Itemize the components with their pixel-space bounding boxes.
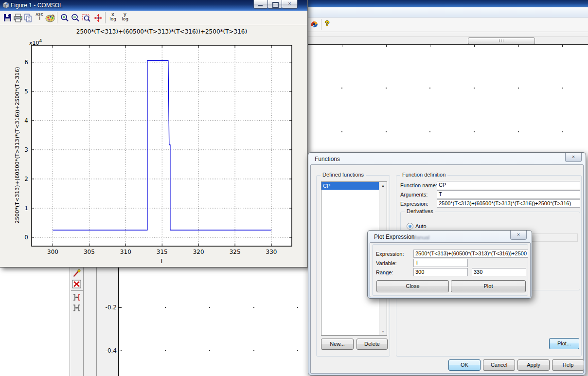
x-log-bottom: log (107, 17, 118, 21)
cancel-button[interactable]: Cancel (483, 359, 515, 371)
y-tick-label: 3 (24, 146, 28, 153)
plot-dots-button[interactable]: Plot... (549, 338, 579, 349)
expression-field[interactable]: 2500*(T<313)+(60500*(T>313)*(T<316))+250… (437, 199, 580, 208)
grid-dot (518, 131, 519, 132)
maximize-icon (272, 2, 279, 8)
delete-button[interactable]: Delete (356, 339, 388, 350)
functions-dialog-title: Functions (315, 156, 340, 162)
plot-background (32, 45, 292, 246)
grid-dot (253, 350, 254, 351)
geometry-axis-label: -0.2 (95, 304, 117, 311)
pe-expression-label: Expression: (376, 251, 404, 257)
figure-window-title: Figure 1 - COMSOL (11, 2, 63, 9)
toolbar-separator (105, 12, 106, 23)
grid-dot (209, 350, 210, 351)
arguments-label: Arguments: (400, 192, 428, 197)
grid-dot (297, 350, 298, 351)
help-icon[interactable]: ? (325, 19, 329, 27)
x-tick-label: 325 (230, 249, 241, 255)
derivatives-label: Derivatives (405, 208, 435, 214)
y-tick-label: 2 (24, 176, 28, 182)
horizontal-splitter-handle[interactable] (468, 37, 535, 44)
figure-titlebar[interactable]: Figure 1 - COMSOL × (0, 0, 307, 11)
new-button[interactable]: New... (321, 339, 354, 350)
grid-dot (165, 350, 166, 351)
auto-radio[interactable] (407, 223, 413, 230)
minimize-icon (258, 5, 263, 6)
comsol-logo-icon[interactable] (309, 19, 319, 29)
grid-dot (562, 131, 563, 132)
plot-expression-group: Expression: 2500*(T<313)+(60500*(T>313)*… (372, 244, 528, 296)
scroll-up-icon[interactable]: ▲ (379, 182, 387, 189)
pe-expression-field[interactable]: 2500*(T<313)+(60500*(T>313)*(T<316))+250… (413, 250, 528, 258)
constraint-both-icon[interactable] (72, 304, 82, 313)
pe-range-to-field[interactable]: 330 (472, 268, 526, 276)
ascii-export-icon[interactable]: ASC ‖ (34, 13, 45, 24)
grip-mark (503, 39, 503, 42)
close-icon[interactable]: × (510, 231, 527, 240)
function-name-label: Function name: (400, 182, 437, 188)
ghost-manual-text: Manual (412, 234, 429, 240)
x-log-icon[interactable]: x log (107, 12, 118, 24)
y-log-icon[interactable]: y log (120, 12, 130, 24)
grid-dot (297, 307, 298, 308)
toolbar-separator (71, 290, 83, 291)
scroll-down-icon[interactable]: ▼ (379, 328, 387, 335)
y-tick-label: 1 (24, 205, 28, 212)
zoom-in-icon[interactable] (60, 13, 70, 23)
zoom-out-icon[interactable] (71, 13, 80, 23)
grid-dot (474, 88, 475, 89)
grid-dot (341, 131, 342, 132)
zoom-rect-icon[interactable] (81, 13, 91, 23)
x-tick-label: 320 (193, 249, 204, 255)
grid-dot (121, 350, 122, 351)
y-tick-label: 6 (24, 59, 28, 66)
plot-x-axis-label: T (32, 258, 292, 265)
grid-dot (209, 307, 210, 308)
draw-pencil-icon[interactable] (72, 269, 82, 278)
delete-x-icon[interactable] (72, 280, 82, 289)
palette-icon[interactable] (45, 13, 55, 23)
plot-expression-title: Plot Expression (374, 233, 414, 240)
ruler-tick (430, 45, 430, 47)
ruler-tick (474, 45, 475, 47)
pe-range-from-field[interactable]: 300 (413, 268, 468, 276)
ok-button[interactable]: OK (448, 359, 481, 371)
print-icon[interactable] (13, 13, 23, 23)
grid-dot (341, 88, 342, 89)
help-button[interactable]: Help (552, 359, 584, 371)
grid-dot (386, 88, 387, 89)
figure-window: Figure 1 - COMSOL × ASC ‖ (0, 0, 308, 268)
arguments-field[interactable]: T (437, 190, 580, 198)
function-plot[interactable]: 3003053103153203253300123456 (0, 25, 307, 267)
defined-functions-label: Defined functions (321, 172, 366, 178)
grid-dot (474, 131, 475, 132)
y-log-bottom: log (120, 17, 130, 21)
y-tick-label: 5 (24, 88, 28, 95)
list-item-cp[interactable]: CP (321, 182, 379, 190)
x-tick-label: 310 (120, 249, 131, 255)
pe-range-label: Range: (376, 269, 393, 275)
geometry-axis-label: -0.4 (95, 347, 117, 354)
pe-close-button[interactable]: Close (376, 280, 449, 292)
close-button[interactable]: × (282, 0, 298, 9)
minimize-button[interactable] (253, 0, 268, 9)
function-name-field[interactable]: CP (437, 181, 580, 189)
save-icon[interactable] (3, 13, 13, 23)
x-tick-label: 330 (266, 249, 277, 255)
plot-expression-body: Expression: 2500*(T<313)+(60500*(T>313)*… (370, 242, 531, 297)
pe-variable-field[interactable]: T (413, 259, 468, 267)
plot-y-axis-label: 2500*(T<313)+(60500*(T>313)*(T<316))+250… (14, 43, 20, 248)
ascii-icon-bars: ‖ (38, 16, 40, 20)
copy-icon[interactable] (23, 13, 33, 23)
plot-expression-dialog: Plot Expression Manual × Expression: 250… (367, 230, 532, 299)
pan-icon[interactable] (93, 13, 103, 23)
y-tick-label: 4 (24, 117, 28, 124)
auto-radio-label: Auto (415, 223, 427, 229)
apply-button[interactable]: Apply (517, 359, 550, 371)
grid-dot (253, 307, 254, 308)
maximize-button[interactable] (267, 0, 282, 9)
close-icon[interactable]: × (565, 153, 582, 162)
constraint-left-icon[interactable] (72, 293, 82, 302)
pe-plot-button[interactable]: Plot (451, 280, 526, 292)
